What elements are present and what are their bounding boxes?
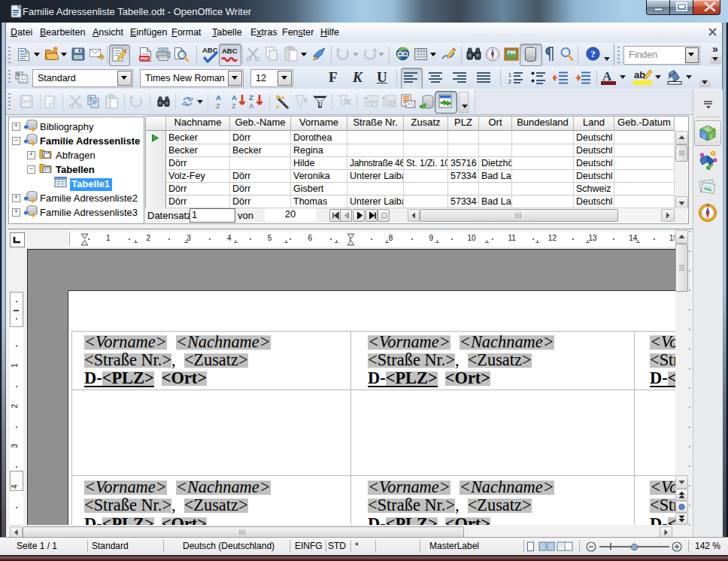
svg-text:Z: Z bbox=[232, 102, 236, 110]
svg-text:N: N bbox=[706, 204, 708, 208]
svg-text:1: 1 bbox=[508, 72, 511, 77]
svg-text:PDF: PDF bbox=[140, 56, 149, 61]
svg-text:2: 2 bbox=[508, 79, 511, 84]
svg-text:A: A bbox=[216, 93, 221, 102]
svg-text:A: A bbox=[232, 93, 237, 102]
svg-text:A: A bbox=[249, 102, 254, 110]
svg-text:ABC: ABC bbox=[222, 47, 238, 55]
svg-text:Z: Z bbox=[216, 102, 220, 110]
svg-text:?: ? bbox=[590, 48, 596, 59]
svg-text:Z: Z bbox=[249, 93, 253, 102]
